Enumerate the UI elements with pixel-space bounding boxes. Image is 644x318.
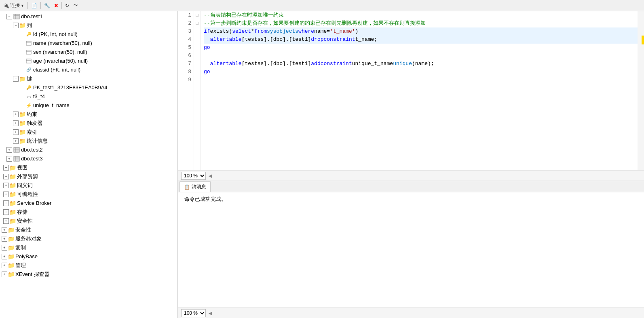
results-content: 命令已成功完成。 xyxy=(178,192,644,307)
new-query-icon: 📄 xyxy=(31,3,37,8)
expand-security-top[interactable]: + xyxy=(2,227,7,233)
code-token: unique_t_name xyxy=(352,60,393,68)
editor-zoom-select[interactable]: 100 % xyxy=(181,172,206,180)
tree-item-programmability[interactable]: + 📁 可编程性 xyxy=(0,190,177,199)
tree-item-col-id[interactable]: 🔑 id (PK, int, not null) xyxy=(0,30,177,39)
results-statusbar: 100 % ◄ xyxy=(178,307,644,318)
right-panel: 1 2 3 4 5 6 7 8 9 □ □ xyxy=(178,11,644,318)
editor-scroll-left-btn[interactable]: ◄ xyxy=(207,173,213,179)
filter-button[interactable]: 🔧 xyxy=(42,2,52,9)
connect-label: 连接 xyxy=(10,2,20,9)
constraints-label: 约束 xyxy=(26,110,177,118)
messages-tab[interactable]: 📋 消消息 xyxy=(179,181,211,192)
tree-item-pk[interactable]: 🔑 PK_test1_3213E83F1EA0B9A4 xyxy=(0,83,177,92)
expand-storage[interactable]: + xyxy=(3,209,9,215)
tree-item-indexes[interactable]: + 📁 索引 xyxy=(0,128,177,137)
tree-item-constraints[interactable]: + 📁 约束 xyxy=(0,110,177,119)
xevent-folder-icon: 📁 xyxy=(7,271,15,278)
expand-service-broker[interactable]: + xyxy=(3,200,9,206)
tree-item-management[interactable]: + 📁 管理 xyxy=(0,261,177,270)
tree-item-xevent[interactable]: + 📁 XEvent 探查器 xyxy=(0,270,177,279)
pk-icon: 🔑 xyxy=(25,84,32,91)
tree-item-fk-t3t4[interactable]: 🗝 t3_t4 xyxy=(0,92,177,101)
tree-item-dbo-test2[interactable]: + dbo.test2 xyxy=(0,145,177,154)
expand-constraints[interactable]: + xyxy=(13,112,19,117)
tree-item-service-broker[interactable]: + 📁 Service Broker xyxy=(0,199,177,208)
t3t4-label: t3_t4 xyxy=(32,93,177,101)
expand-security-db[interactable]: + xyxy=(3,218,9,224)
code-token: t_name; xyxy=(355,36,378,44)
code-token xyxy=(204,76,207,84)
tree-item-dbo-test3[interactable]: + dbo.test3 xyxy=(0,154,177,163)
expand-xevent[interactable]: + xyxy=(2,272,7,277)
expand-t3t4 xyxy=(19,94,25,99)
expand-external[interactable]: + xyxy=(3,174,9,179)
code-token: sysobjects xyxy=(267,27,298,36)
separator3 xyxy=(61,2,62,9)
tree-item-col-age[interactable]: age (nvarchar(50), null) xyxy=(0,57,177,65)
expand-server-objects[interactable]: + xyxy=(2,236,7,242)
tree-item-columns[interactable]: − 📁 列 xyxy=(0,21,177,30)
refresh-button[interactable]: ↻ xyxy=(63,2,71,9)
tree-item-security-top[interactable]: + 📁 安全性 xyxy=(0,225,177,234)
expand-columns[interactable]: − xyxy=(13,23,19,28)
code-line-6 xyxy=(204,52,638,60)
unique-label: unique_t_name xyxy=(32,101,177,110)
tree-item-triggers[interactable]: + 📁 触发器 xyxy=(0,119,177,128)
activity-button[interactable]: 〜 xyxy=(72,1,80,10)
results-scroll-left-btn[interactable]: ◄ xyxy=(207,310,213,316)
statistics-folder-icon: 📁 xyxy=(19,138,26,144)
editor-right-margin xyxy=(638,11,644,170)
tree-item-keys[interactable]: − 📁 键 xyxy=(0,74,177,83)
code-line-7: alter table [testss].[dbo].[test1] add c… xyxy=(204,60,638,68)
tree-item-security-db[interactable]: + 📁 安全性 xyxy=(0,217,177,225)
fold-indicators: □ □ xyxy=(194,11,201,170)
dbo-test3-label: dbo.test3 xyxy=(20,155,177,163)
expand-replication[interactable]: + xyxy=(2,245,7,251)
tree-item-replication[interactable]: + 📁 复制 xyxy=(0,243,177,252)
tree-item-unique[interactable]: ⚡ unique_t_name xyxy=(0,101,177,110)
expand-indexes[interactable]: + xyxy=(13,129,19,135)
external-label: 外部资源 xyxy=(16,173,177,181)
results-zoom-select[interactable]: 100 % xyxy=(181,309,206,317)
svg-rect-7 xyxy=(26,59,31,63)
expand-dbo-test1[interactable]: − xyxy=(6,14,12,19)
tree-item-storage[interactable]: + 📁 存储 xyxy=(0,208,177,217)
expand-programmability[interactable]: + xyxy=(3,192,9,197)
tree-item-polybase[interactable]: + 📁 PolyBase xyxy=(0,252,177,261)
tree-item-dbo-test1[interactable]: − dbo.test1 xyxy=(0,12,177,21)
expand-dbo-test2[interactable]: + xyxy=(6,147,12,153)
tree-item-col-name[interactable]: name (nvarchar(50), null) xyxy=(0,39,177,48)
filter2-button[interactable]: ✖ xyxy=(53,2,60,9)
editor-content[interactable]: 1 2 3 4 5 6 7 8 9 □ □ xyxy=(178,11,644,170)
tree-area[interactable]: − dbo.test1 − 📁 列 🔑 id (PK, int, not nul… xyxy=(0,11,177,318)
tree-item-statistics[interactable]: + 📁 统计信息 xyxy=(0,137,177,145)
code-token: name= xyxy=(314,27,330,36)
svg-rect-0 xyxy=(14,14,19,19)
col-age-label: age (nvarchar(50), null) xyxy=(32,57,177,65)
expand-col-sex xyxy=(19,49,25,55)
code-line-3: if exists(select * from sysobjects where… xyxy=(204,27,638,36)
security-top-label: 安全性 xyxy=(15,226,177,234)
tree-item-col-classid[interactable]: 🔗 classid (FK, int, null) xyxy=(0,65,177,74)
expand-views[interactable]: + xyxy=(3,165,9,171)
expand-triggers[interactable]: + xyxy=(13,120,19,126)
activity-icon: 〜 xyxy=(73,2,78,9)
expand-synonyms[interactable]: + xyxy=(3,183,9,188)
expand-dbo-test3[interactable]: + xyxy=(6,156,12,162)
tree-item-external[interactable]: + 📁 外部资源 xyxy=(0,172,177,181)
messages-tab-label: 消消息 xyxy=(192,183,206,190)
tree-item-server-objects[interactable]: + 📁 服务器对象 xyxy=(0,234,177,243)
tree-item-synonyms[interactable]: + 📁 同义词 xyxy=(0,181,177,190)
tree-item-views[interactable]: + 📁 视图 xyxy=(0,163,177,172)
expand-keys[interactable]: − xyxy=(13,76,19,82)
code-content[interactable]: --当表结构已存在时添加唯一约束 --第一步判断约束是否存在，如果要创建的约束已… xyxy=(201,11,638,170)
tree-item-col-sex[interactable]: sex (nvarchar(50), null) xyxy=(0,48,177,57)
code-token: constraint xyxy=(324,36,355,44)
expand-polybase[interactable]: + xyxy=(2,254,7,259)
expand-statistics[interactable]: + xyxy=(13,138,19,144)
connect-button[interactable]: 🔌 连接 ▼ xyxy=(2,1,26,10)
expand-management[interactable]: + xyxy=(2,263,7,268)
code-token: select xyxy=(232,27,251,36)
new-query-button[interactable]: 📄 xyxy=(30,2,39,9)
